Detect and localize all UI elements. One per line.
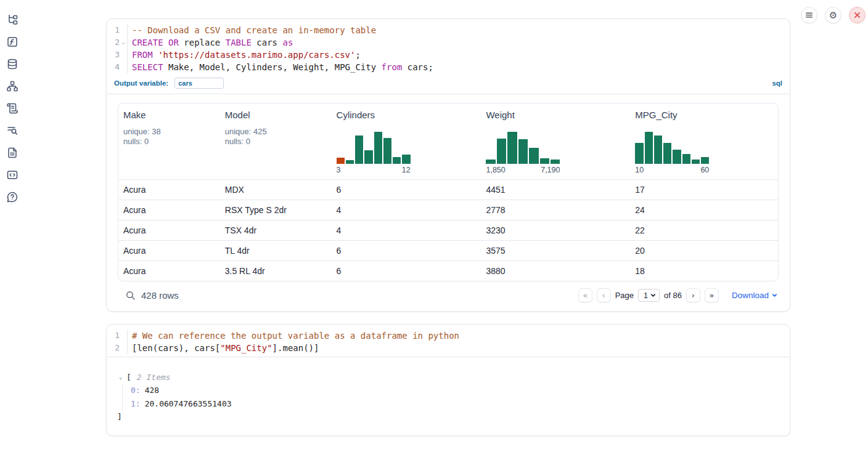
code-token — [153, 50, 158, 60]
code-text: FROM 'https://datasets.marimo.app/cars.c… — [127, 49, 790, 61]
dependency-graph-icon[interactable] — [6, 80, 18, 92]
code-token: -- Download a CSV and create an in-memor… — [132, 25, 376, 35]
histogram-bar[interactable] — [701, 157, 709, 164]
code-line[interactable]: 4SELECT Make, Model, Cylinders, Weight, … — [107, 61, 790, 73]
histogram-bar[interactable] — [355, 136, 363, 164]
histogram-bar[interactable] — [507, 132, 517, 164]
output-variable-row: Output variable: sql — [107, 76, 790, 94]
histogram-bar[interactable] — [682, 154, 690, 164]
table-row[interactable]: AcuraTL 4dr6357520 — [118, 240, 778, 261]
code-text: SELECT Make, Model, Cylinders, Weight, M… — [127, 61, 790, 73]
collapse-chevron-icon[interactable]: ⌄ — [119, 371, 126, 384]
code-line[interactable]: 1# We can reference the output variable … — [107, 330, 790, 342]
last-page-button[interactable]: » — [705, 288, 719, 302]
histogram-bar[interactable] — [486, 160, 495, 164]
table-row[interactable]: AcuraTSX 4dr4323022 — [118, 220, 778, 240]
fold-chevron-icon[interactable]: ⌄ — [120, 36, 127, 49]
logs-icon[interactable] — [6, 124, 18, 137]
list-item: 1:20.060747663551403 — [131, 397, 790, 411]
histogram-bar[interactable] — [654, 136, 662, 164]
histogram-bar[interactable] — [663, 143, 671, 164]
bracket-open: [ — [126, 371, 131, 384]
axis-min-label: 3 — [337, 166, 341, 174]
table-cell: 6 — [332, 266, 481, 276]
histogram-bar[interactable] — [673, 150, 681, 164]
histogram-bars — [486, 132, 560, 164]
histogram-bar[interactable] — [364, 150, 372, 164]
histogram-axis: 312 — [337, 166, 411, 174]
histogram: 1,8507,190 — [486, 132, 560, 174]
histogram-bar[interactable] — [374, 132, 382, 164]
page-select[interactable]: 1 — [638, 289, 660, 302]
histogram-bar[interactable] — [692, 160, 700, 164]
column-header-weight[interactable]: Weight1,8507,190 — [481, 103, 630, 179]
column-header-mpg_city[interactable]: MPG_City1060 — [630, 103, 778, 179]
column-header-make[interactable]: Makeunique: 38nulls: 0 — [118, 103, 220, 179]
code-editor[interactable]: 1# We can reference the output variable … — [107, 325, 790, 357]
table-cell: 2778 — [481, 205, 630, 215]
column-header-model[interactable]: Modelunique: 425nulls: 0 — [220, 103, 332, 179]
histogram-bar[interactable] — [635, 143, 643, 164]
table-cell: TL 4dr — [220, 246, 332, 256]
database-icon[interactable] — [6, 58, 18, 70]
table-cell: Acura — [118, 246, 220, 256]
histogram-bar[interactable] — [337, 158, 345, 164]
code-line[interactable]: 1-- Download a CSV and create an in-memo… — [107, 24, 790, 36]
table-cell: 3880 — [481, 266, 630, 276]
sidebar — [6, 14, 18, 203]
python-cell: 1# We can reference the output variable … — [106, 324, 790, 436]
settings-button[interactable]: ⚙ — [825, 7, 841, 23]
table-cell: 3575 — [481, 246, 630, 256]
menu-button[interactable] — [801, 7, 817, 23]
column-name: Make — [123, 110, 215, 120]
histogram-bar[interactable] — [393, 157, 401, 164]
code-text: [len(cars), cars["MPG_City"].mean()] — [127, 342, 790, 354]
gear-icon: ⚙ — [829, 10, 837, 20]
close-button[interactable] — [849, 7, 866, 23]
code-line[interactable]: 2[len(cars), cars["MPG_City"].mean()] — [107, 342, 790, 354]
histogram-bar[interactable] — [529, 148, 538, 164]
histogram-bar[interactable] — [383, 138, 391, 164]
fold-spacer — [120, 342, 127, 354]
histogram-bar[interactable] — [518, 139, 528, 164]
first-page-button[interactable]: « — [578, 288, 592, 302]
documentation-icon[interactable] — [6, 147, 18, 159]
table-cell: MDX — [220, 185, 332, 195]
code-text: CREATE OR replace TABLE cars as — [127, 36, 790, 49]
code-token: [len(cars), cars[ — [132, 343, 220, 353]
functions-icon[interactable] — [6, 36, 18, 48]
table-row[interactable]: AcuraMDX6445117 — [118, 179, 778, 200]
scratchpad-icon[interactable] — [6, 102, 18, 115]
python-editor: 1# We can reference the output variable … — [107, 325, 790, 357]
column-stat: nulls: 0 — [225, 137, 327, 147]
histogram-bar[interactable] — [346, 160, 354, 164]
column-header-cylinders[interactable]: Cylinders312 — [332, 103, 481, 179]
prev-page-icon: ‹ — [602, 291, 605, 300]
help-icon[interactable] — [6, 191, 18, 203]
next-page-button[interactable]: › — [686, 288, 700, 302]
bracket-close: ] — [117, 411, 790, 423]
file-tree-icon[interactable] — [6, 14, 18, 26]
prev-page-button[interactable]: ‹ — [597, 288, 611, 302]
code-line[interactable]: 3FROM 'https://datasets.marimo.app/cars.… — [107, 49, 790, 61]
histogram-bar[interactable] — [497, 139, 506, 164]
histogram-bar[interactable] — [402, 155, 410, 164]
histogram-bar[interactable] — [551, 160, 560, 164]
entry-value: 20.060747663551403 — [145, 399, 232, 408]
download-button[interactable]: Download — [732, 291, 777, 300]
histogram-bars — [337, 132, 411, 164]
histogram-axis: 1060 — [635, 166, 709, 174]
search-icon[interactable] — [125, 290, 136, 301]
table-row[interactable]: AcuraRSX Type S 2dr4277824 — [118, 200, 778, 220]
code-editor[interactable]: 1-- Download a CSV and create an in-memo… — [107, 19, 790, 76]
last-page-icon: » — [709, 291, 714, 300]
table-cell: 22 — [630, 225, 778, 235]
output-variable-input[interactable] — [174, 78, 224, 89]
code-line[interactable]: 2⌄CREATE OR replace TABLE cars as — [107, 36, 790, 49]
histogram-bar[interactable] — [645, 132, 653, 164]
line-number: 4 — [107, 61, 120, 73]
snippets-icon[interactable] — [6, 169, 18, 181]
page-total: of 86 — [664, 291, 682, 300]
table-row[interactable]: Acura3.5 RL 4dr6388018 — [118, 261, 778, 281]
histogram-bar[interactable] — [540, 158, 549, 164]
